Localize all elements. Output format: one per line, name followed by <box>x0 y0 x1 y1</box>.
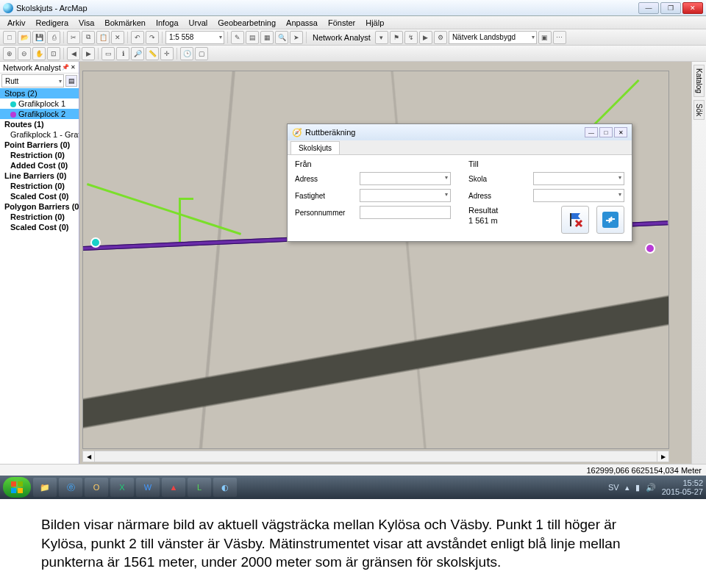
tray-network-icon[interactable]: ▮ <box>635 483 640 492</box>
paste-icon[interactable]: 📋 <box>96 31 110 44</box>
scroll-right-icon[interactable]: ▶ <box>657 451 668 462</box>
na-build-icon[interactable]: ▣ <box>538 31 552 44</box>
cut-icon[interactable]: ✂ <box>67 31 80 44</box>
html-popup-icon[interactable]: ▢ <box>195 47 208 60</box>
task-arcmap[interactable]: ◐ <box>213 478 237 497</box>
pin-icon[interactable]: 📌 <box>62 64 69 71</box>
scroll-track[interactable] <box>95 451 657 462</box>
menu-arkiv[interactable]: Arkiv <box>3 18 29 27</box>
tree-item[interactable]: Added Cost (0) <box>0 160 79 171</box>
menu-anpassa[interactable]: Anpassa <box>282 18 322 27</box>
tray-chevron-icon[interactable]: ▴ <box>625 483 630 492</box>
tree-item[interactable]: Polygon Barriers (0) <box>0 201 79 212</box>
tree-item[interactable]: Restriction (0) <box>0 212 79 222</box>
from-fastighet-input[interactable] <box>360 189 451 202</box>
tree-item[interactable]: Scaled Cost (0) <box>0 191 79 201</box>
h-scrollbar[interactable]: ◀ ▶ <box>82 451 669 462</box>
stop-point-2[interactable] <box>90 237 101 248</box>
menu-geobearbetning[interactable]: Geobearbetning <box>213 18 280 27</box>
menu-urval[interactable]: Urval <box>185 18 213 27</box>
task-pdf[interactable]: ▲ <box>162 478 185 497</box>
open-icon[interactable]: 📂 <box>18 31 31 44</box>
na-network-dropdown[interactable]: Nätverk Landsbygd <box>449 31 537 44</box>
tab-katalog[interactable]: Katalog <box>693 65 705 97</box>
arrow-icon[interactable]: ➤ <box>290 31 303 44</box>
measure-icon[interactable]: 📏 <box>146 47 159 60</box>
float-close-button[interactable]: ✕ <box>614 127 627 137</box>
identify-icon[interactable]: ℹ <box>116 47 129 60</box>
start-button[interactable] <box>3 477 31 498</box>
float-maximize-button[interactable]: □ <box>599 127 613 137</box>
undo-icon[interactable]: ↶ <box>131 31 144 44</box>
menu-infoga[interactable]: Infoga <box>151 18 183 27</box>
tree-item[interactable]: Line Barriers (0) <box>0 171 79 181</box>
panel-close-icon[interactable]: ✕ <box>71 64 76 71</box>
from-adress-input[interactable] <box>360 172 451 185</box>
prev-extent-icon[interactable]: ◀ <box>67 47 80 60</box>
task-excel[interactable]: X <box>110 478 134 497</box>
copy-icon[interactable]: ⧉ <box>82 31 95 44</box>
tree-item[interactable]: Scaled Cost (0) <box>0 222 79 232</box>
na-solve-icon[interactable]: ▶ <box>419 31 432 44</box>
menu-redigera[interactable]: Redigera <box>31 18 73 27</box>
find-icon[interactable]: 🔎 <box>131 47 144 60</box>
na-chevron-icon[interactable]: ▾ <box>375 31 388 44</box>
search-icon[interactable]: 🔍 <box>275 31 288 44</box>
na-route-icon[interactable]: ↯ <box>404 31 418 44</box>
task-outlook[interactable]: O <box>85 478 108 497</box>
float-minimize-button[interactable]: — <box>585 127 598 137</box>
tree-item[interactable]: Restriction (0) <box>0 150 79 160</box>
na-flag-icon[interactable]: ⚑ <box>390 31 403 44</box>
menu-bokmarken[interactable]: Bokmärken <box>100 18 150 27</box>
scale-dropdown[interactable]: 1:5 558 <box>165 31 224 44</box>
delete-icon[interactable]: ✕ <box>111 31 124 44</box>
close-button[interactable]: ✕ <box>682 2 703 14</box>
tree-item[interactable]: Grafikplock 1 <box>0 98 79 109</box>
layer-dropdown[interactable]: Rutt <box>1 74 64 87</box>
tool-icon[interactable]: ✎ <box>231 31 244 44</box>
tray-sound-icon[interactable]: 🔊 <box>646 483 656 492</box>
layers-icon[interactable]: ▤ <box>246 31 259 44</box>
panel-props-icon[interactable]: ▤ <box>65 75 77 87</box>
tree-item[interactable]: Restriction (0) <box>0 181 79 191</box>
map-view[interactable]: 🧭 Ruttberäkning — □ ✕ Skolskjuts Från Ad… <box>79 62 691 464</box>
clear-route-button[interactable] <box>561 206 589 234</box>
select-icon[interactable]: ▭ <box>101 47 115 60</box>
new-icon[interactable]: □ <box>3 31 16 44</box>
zoom-in-icon[interactable]: ⊕ <box>3 47 16 60</box>
minimize-button[interactable]: — <box>638 2 659 14</box>
task-lotus[interactable]: L <box>188 478 211 497</box>
xy-icon[interactable]: ✛ <box>160 47 174 60</box>
na-extra-icon[interactable]: ⋯ <box>553 31 566 44</box>
task-explorer[interactable]: 📁 <box>33 478 57 497</box>
print-icon[interactable]: ⎙ <box>47 31 60 44</box>
tab-skolskjuts[interactable]: Skolskjuts <box>290 141 340 154</box>
na-tree[interactable]: Stops (2)Grafikplock 1Grafikplock 2Route… <box>0 88 79 464</box>
menu-fonster[interactable]: Fönster <box>324 18 360 27</box>
tab-sok[interactable]: Sök <box>693 100 705 120</box>
redo-icon[interactable]: ↷ <box>146 31 159 44</box>
tree-item[interactable]: Point Barriers (0) <box>0 140 79 150</box>
menu-hjalp[interactable]: Hjälp <box>361 18 388 27</box>
tree-item[interactable]: Routes (1) <box>0 119 79 129</box>
solve-route-button[interactable] <box>596 206 624 234</box>
to-skola-input[interactable] <box>533 172 624 185</box>
scroll-left-icon[interactable]: ◀ <box>83 451 95 462</box>
time-icon[interactable]: 🕒 <box>180 47 193 60</box>
full-extent-icon[interactable]: ⊡ <box>47 47 60 60</box>
save-icon[interactable]: 💾 <box>32 31 46 44</box>
catalog-icon[interactable]: ▦ <box>260 31 274 44</box>
tree-item[interactable]: Stops (2) <box>0 88 79 98</box>
zoom-out-icon[interactable]: ⊖ <box>18 47 31 60</box>
menu-visa[interactable]: Visa <box>74 18 99 27</box>
tree-item[interactable]: Grafikplock 2 <box>0 109 79 119</box>
na-options-icon[interactable]: ⚙ <box>434 31 447 44</box>
stop-point-1[interactable] <box>645 243 655 254</box>
task-ie[interactable]: ⓔ <box>59 478 82 497</box>
next-extent-icon[interactable]: ▶ <box>82 47 95 60</box>
from-pnr-input[interactable] <box>360 206 451 219</box>
tray-clock[interactable]: 15:52 2015-05-27 <box>662 478 703 496</box>
maximize-button[interactable]: ❐ <box>660 2 681 14</box>
tray-lang[interactable]: SV <box>608 483 619 492</box>
tree-item[interactable]: Grafikplock 1 - Graf <box>0 129 79 140</box>
